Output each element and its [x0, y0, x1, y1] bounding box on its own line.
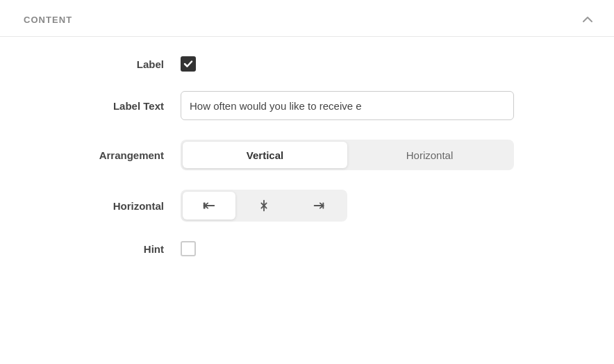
- align-center-button[interactable]: [238, 192, 290, 220]
- horizontal-label: Horizontal: [28, 200, 181, 212]
- label-field-label: Label: [28, 58, 181, 70]
- align-right-button[interactable]: [292, 192, 345, 220]
- arrangement-vertical-button[interactable]: Vertical: [183, 142, 347, 168]
- alignment-group: [181, 190, 347, 222]
- label-checkbox[interactable]: [181, 56, 196, 72]
- arrangement-row: Arrangement Vertical Horizontal: [28, 140, 586, 170]
- hint-checkbox[interactable]: [181, 241, 196, 256]
- label-text-control: [181, 91, 586, 120]
- collapse-button[interactable]: [581, 13, 595, 26]
- horizontal-control: [181, 190, 586, 222]
- arrangement-horizontal-button[interactable]: Horizontal: [347, 142, 512, 168]
- hint-row: Hint: [28, 241, 586, 256]
- arrangement-label: Arrangement: [28, 149, 181, 161]
- content-panel: CONTENT Label Label Text: [0, 0, 614, 295]
- align-left-button[interactable]: [183, 192, 235, 220]
- hint-label: Hint: [28, 243, 181, 255]
- label-text-input[interactable]: [181, 91, 514, 120]
- hint-checkbox-wrapper: [181, 241, 586, 256]
- label-text-label: Label Text: [28, 100, 181, 112]
- label-checkbox-wrapper: [181, 56, 586, 72]
- panel-header: CONTENT: [0, 0, 614, 37]
- label-text-row: Label Text: [28, 91, 586, 120]
- panel-title: CONTENT: [24, 15, 72, 25]
- panel-body: Label Label Text Arrangement Vertical: [0, 37, 614, 295]
- arrangement-control: Vertical Horizontal: [181, 140, 586, 170]
- arrangement-toggle-group: Vertical Horizontal: [181, 140, 514, 170]
- label-row: Label: [28, 56, 586, 72]
- horizontal-row: Horizontal: [28, 190, 586, 222]
